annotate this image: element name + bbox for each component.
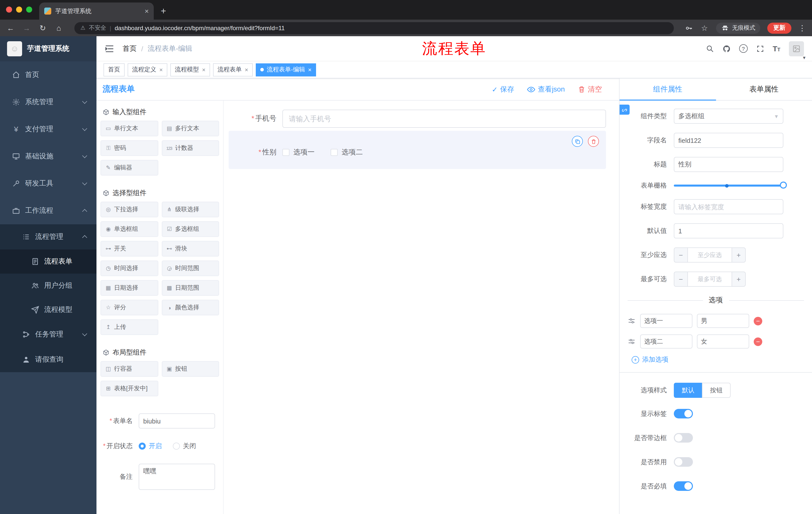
palette-item-cascader[interactable]: ⋔级联选择 (162, 202, 219, 217)
style-default-button[interactable]: 默认 (674, 383, 702, 398)
status-radio-on[interactable]: 开启 (139, 441, 162, 451)
gender-option-1[interactable]: 选项一 (282, 148, 315, 157)
clear-button[interactable]: 清空 (578, 85, 602, 94)
palette-item-upload[interactable]: ↥上传 (100, 319, 158, 335)
reload-icon[interactable]: ↻ (38, 23, 47, 32)
palette-item-switch[interactable]: ⊶开关 (100, 241, 158, 256)
slider-handle[interactable] (780, 182, 787, 189)
password-key-icon[interactable] (685, 24, 693, 32)
palette-item-slider[interactable]: ⊷滑块 (162, 241, 219, 256)
search-icon[interactable] (706, 45, 714, 53)
zoom-window-button[interactable] (26, 6, 32, 12)
sidebar-item-process-form[interactable]: 流程表单 (0, 249, 96, 274)
forward-icon[interactable]: → (22, 24, 31, 32)
disabled-toggle[interactable] (674, 457, 693, 467)
page-tab-process-model[interactable]: 流程模型 × (170, 63, 210, 76)
view-json-button[interactable]: 查看json (527, 85, 565, 94)
browser-tab[interactable]: 芋道管理系统 × (39, 2, 154, 20)
home-icon[interactable]: ⌂ (54, 24, 63, 32)
add-option-button[interactable]: + 添加选项 (632, 355, 804, 364)
close-window-button[interactable] (6, 6, 12, 12)
sidebar-item-payment[interactable]: ¥ 支付管理 (0, 116, 96, 143)
default-value-input[interactable] (674, 223, 783, 238)
new-tab-button[interactable]: + (161, 6, 166, 17)
close-icon[interactable]: × (245, 66, 248, 73)
copy-component-button[interactable] (572, 136, 583, 147)
close-icon[interactable]: × (202, 66, 205, 73)
plus-button[interactable]: + (732, 247, 746, 263)
palette-item-button[interactable]: ▣按钮 (162, 361, 219, 377)
option-label-input[interactable] (640, 334, 692, 349)
bookmark-star-icon[interactable]: ☆ (700, 23, 709, 32)
github-icon[interactable] (722, 45, 730, 53)
palette-item-password[interactable]: ⚿密码 (100, 140, 158, 156)
option-value-input[interactable] (697, 334, 749, 349)
palette-item-radio-group[interactable]: ◉单选框组 (100, 221, 158, 237)
delete-component-button[interactable] (588, 136, 599, 147)
status-radio-off[interactable]: 关闭 (173, 441, 196, 451)
option-label-input[interactable] (640, 314, 692, 328)
remove-option-button[interactable]: − (754, 317, 762, 325)
page-tab-process-definition[interactable]: 流程定义 × (127, 63, 167, 76)
page-tab-home[interactable]: 首页 (104, 63, 125, 76)
palette-item-table[interactable]: ⊞表格[开发中] (100, 381, 158, 396)
plus-button[interactable]: + (732, 272, 746, 287)
sidebar-item-devtools[interactable]: 研发工具 (0, 170, 96, 197)
title-input[interactable] (674, 157, 783, 172)
sidebar-item-home[interactable]: 首页 (0, 61, 96, 88)
palette-item-date-picker[interactable]: ▦日期选择 (100, 280, 158, 296)
avatar[interactable]: ▾ (789, 41, 804, 56)
save-button[interactable]: ✓ 保存 (492, 85, 514, 94)
update-button[interactable]: 更新 (767, 22, 791, 33)
option-value-input[interactable] (697, 314, 749, 328)
minimize-window-button[interactable] (16, 6, 22, 12)
form-remark-textarea[interactable]: 嘿嘿 (139, 464, 215, 490)
component-type-select[interactable]: 多选框组 ▼ (674, 109, 783, 124)
sidebar-item-process-management[interactable]: 流程管理 (0, 224, 96, 249)
tab-component-props[interactable]: 组件属性 (619, 78, 716, 100)
palette-item-checkbox-group[interactable]: ☑多选框组 (162, 221, 219, 237)
breadcrumb-home[interactable]: 首页 (123, 44, 137, 53)
sidebar-item-leave-query[interactable]: 请假查询 (0, 347, 96, 372)
required-toggle[interactable] (674, 481, 693, 491)
palette-item-dropdown[interactable]: ◎下拉选择 (100, 202, 158, 217)
canvas-field-gender-selected[interactable]: *性别 选项一 选项二 (229, 131, 606, 169)
help-icon[interactable]: ? (739, 44, 748, 53)
sidebar-item-workflow[interactable]: 工作流程 (0, 197, 96, 224)
grid-slider[interactable] (674, 182, 783, 189)
palette-item-rating[interactable]: ☆评分 (100, 300, 158, 315)
page-tab-process-form-edit[interactable]: 流程表单-编辑 × (256, 63, 316, 76)
minus-button[interactable]: − (674, 272, 688, 287)
with-border-toggle[interactable] (674, 433, 693, 442)
sidebar-item-task-management[interactable]: 任务管理 (0, 322, 96, 347)
address-bar[interactable]: ⚠ 不安全 | dashboard.yudao.iocoder.cn/bpm/m… (75, 22, 674, 34)
link-tag[interactable] (619, 105, 630, 115)
palette-item-time-picker[interactable]: ◷时间选择 (100, 261, 158, 276)
show-label-toggle[interactable] (674, 409, 693, 418)
form-name-input[interactable] (139, 413, 215, 429)
back-icon[interactable]: ← (6, 24, 15, 32)
minus-button[interactable]: − (674, 247, 688, 263)
palette-item-counter[interactable]: 123计数器 (162, 140, 219, 156)
close-icon[interactable]: × (159, 66, 163, 73)
tab-form-props[interactable]: 表单属性 (716, 78, 812, 100)
palette-item-multi-line-text[interactable]: ▤多行文本 (162, 121, 219, 136)
hamburger-icon[interactable] (105, 44, 115, 54)
max-select-input[interactable] (688, 272, 732, 287)
phone-input[interactable] (282, 110, 606, 128)
palette-item-color-picker[interactable]: ◑颜色选择 (162, 300, 219, 315)
fullscreen-icon[interactable] (756, 45, 764, 53)
close-icon[interactable]: × (308, 66, 312, 73)
sidebar-item-process-model[interactable]: 流程模型 (0, 298, 96, 322)
sidebar-item-user-groups[interactable]: 用户分组 (0, 274, 96, 298)
gender-option-2[interactable]: 选项二 (330, 148, 363, 157)
palette-item-editor[interactable]: ✎编辑器 (100, 160, 158, 175)
font-size-icon[interactable]: TT (773, 44, 780, 53)
style-button-button[interactable]: 按钮 (702, 383, 731, 398)
palette-item-time-range[interactable]: ◶时间范围 (162, 261, 219, 276)
sidebar-item-system[interactable]: 系统管理 (0, 88, 96, 116)
min-select-input[interactable] (688, 247, 732, 263)
browser-menu-icon[interactable]: ⋮ (799, 23, 806, 32)
page-tab-process-form[interactable]: 流程表单 × (213, 63, 253, 76)
label-width-input[interactable] (674, 199, 783, 214)
